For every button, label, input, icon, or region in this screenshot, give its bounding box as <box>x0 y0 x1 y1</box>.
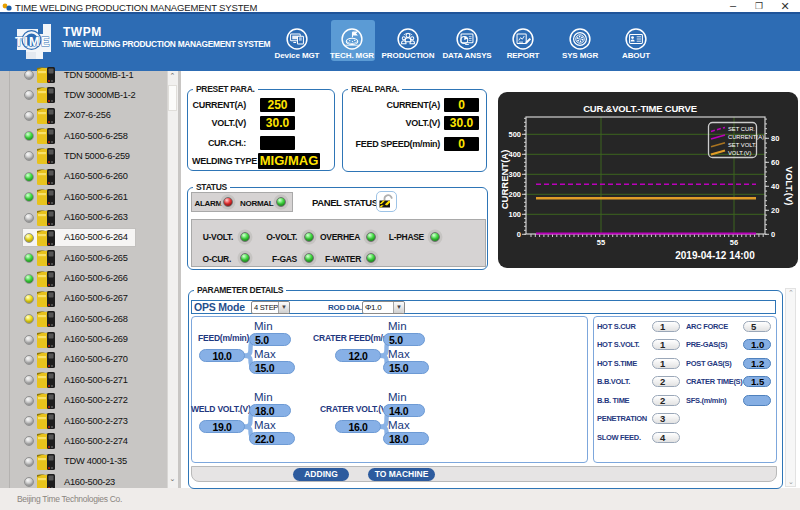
svg-text:80: 80 <box>771 134 779 143</box>
svg-text:20: 20 <box>771 206 779 215</box>
svg-text:200: 200 <box>508 190 521 199</box>
svg-text:0: 0 <box>771 230 775 239</box>
svg-text:SET VOLT.: SET VOLT. <box>728 142 757 148</box>
svg-text:CURRENT(A): CURRENT(A) <box>728 134 764 140</box>
svg-text:500: 500 <box>508 130 521 139</box>
svg-text:56: 56 <box>730 238 738 247</box>
svg-text:100: 100 <box>508 210 521 219</box>
svg-text:0: 0 <box>517 230 521 239</box>
svg-text:SET CUR.: SET CUR. <box>728 126 755 132</box>
svg-text:CUR.&VOLT.-TIME CURVE: CUR.&VOLT.-TIME CURVE <box>583 103 697 114</box>
svg-text:40: 40 <box>771 182 779 191</box>
svg-text:60: 60 <box>771 158 779 167</box>
svg-text:300: 300 <box>508 170 521 179</box>
svg-text:55: 55 <box>597 238 605 247</box>
svg-text:2019-04-12 14:00: 2019-04-12 14:00 <box>675 250 755 261</box>
svg-text:VOLT.(V): VOLT.(V) <box>728 150 751 156</box>
svg-text:VOLT.(V): VOLT.(V) <box>784 167 795 206</box>
svg-text:CURRENT(A): CURRENT(A) <box>499 150 510 210</box>
svg-text:TIME: TIME <box>15 35 51 49</box>
svg-text:400: 400 <box>508 150 521 159</box>
